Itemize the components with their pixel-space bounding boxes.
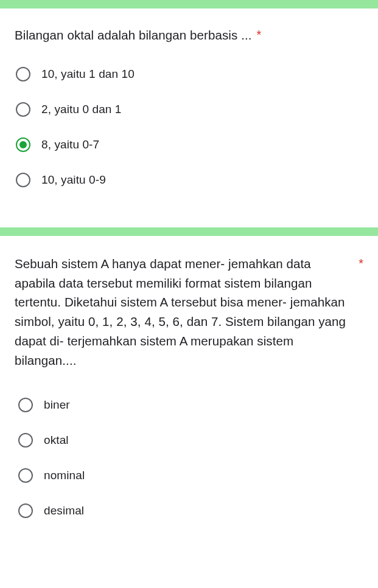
question-text: Bilangan oktal adalah bilangan berbasis …: [15, 26, 252, 45]
card-top-border: [0, 227, 378, 236]
option-label: biner: [44, 398, 70, 412]
radio-icon: [16, 137, 30, 152]
radio-icon: [18, 398, 33, 412]
option-2-4[interactable]: desimal: [18, 503, 363, 518]
card-top-border: [0, 0, 378, 9]
radio-icon: [16, 102, 30, 117]
option-1-3[interactable]: 8, yaitu 0-7: [16, 137, 363, 152]
radio-icon: [18, 503, 33, 518]
option-2-2[interactable]: oktal: [18, 433, 363, 448]
option-1-1[interactable]: 10, yaitu 1 dan 10: [16, 67, 363, 81]
option-label: oktal: [44, 434, 69, 447]
radio-icon: [18, 468, 33, 483]
option-1-4[interactable]: 10, yaitu 0-9: [16, 173, 363, 187]
card-gap: [0, 206, 378, 227]
option-1-2[interactable]: 2, yaitu 0 dan 1: [16, 102, 363, 117]
options-group-2: biner oktal nominal desimal: [15, 398, 363, 518]
radio-icon: [16, 173, 30, 187]
option-2-1[interactable]: biner: [18, 398, 363, 412]
options-group-1: 10, yaitu 1 dan 10 2, yaitu 0 dan 1 8, y…: [15, 67, 363, 187]
question-text: Sebuah sistem A hanya dapat mener- jemah…: [15, 254, 354, 370]
question-card-2: Sebuah sistem A hanya dapat mener- jemah…: [0, 236, 378, 525]
option-2-3[interactable]: nominal: [18, 468, 363, 483]
required-marker: *: [257, 26, 262, 44]
question-title-row: Bilangan oktal adalah bilangan berbasis …: [15, 26, 363, 45]
question-title-row: Sebuah sistem A hanya dapat mener- jemah…: [15, 254, 363, 370]
option-label: 10, yaitu 0-9: [41, 173, 106, 187]
option-label: nominal: [44, 469, 85, 482]
option-label: 8, yaitu 0-7: [41, 138, 99, 151]
radio-icon: [18, 433, 33, 448]
option-label: 2, yaitu 0 dan 1: [41, 103, 122, 116]
option-label: 10, yaitu 1 dan 10: [41, 67, 135, 81]
radio-icon: [16, 67, 30, 81]
option-label: desimal: [44, 504, 84, 517]
question-card-1: Bilangan oktal adalah bilangan berbasis …: [0, 9, 378, 206]
required-marker: *: [359, 254, 363, 272]
